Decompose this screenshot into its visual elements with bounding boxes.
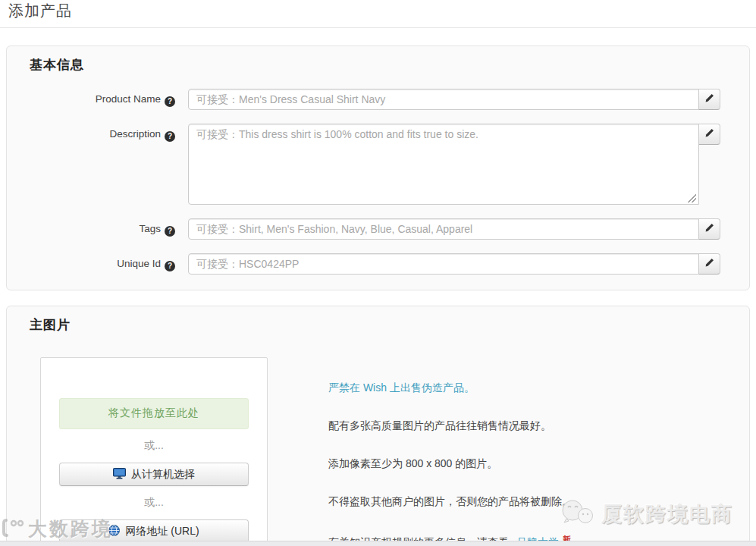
description-label-cell: Description?: [24, 124, 175, 142]
pencil-icon: [704, 128, 714, 140]
description-textarea[interactable]: [188, 124, 699, 205]
monitor-icon: [113, 468, 126, 482]
help-icon[interactable]: ?: [165, 261, 175, 271]
product-name-input[interactable]: [188, 89, 699, 110]
help-icon[interactable]: ?: [165, 131, 175, 142]
file-dropzone[interactable]: 将文件拖放至此处: [59, 398, 249, 429]
main-image-header: 主图片: [30, 316, 734, 334]
tags-edit-button[interactable]: [698, 218, 720, 240]
image-upload-card: 将文件拖放至此处 或... 从计算机选择 或... 网络地址 (URL): [40, 357, 268, 546]
tags-label: Tags: [139, 223, 161, 234]
product-name-edit-button[interactable]: [698, 89, 720, 110]
unique-id-row: Unique Id?: [24, 253, 734, 275]
image-guidelines: 严禁在 Wish 上出售伪造产品。 配有多张高质量图片的产品往往销售情况最好。 …: [328, 357, 734, 546]
tip-no-stealing: 不得盗取其他商户的图片，否则您的产品将被删除。: [328, 494, 734, 509]
description-row: Description?: [24, 124, 734, 205]
textarea-resize-handle[interactable]: [688, 194, 696, 202]
unique-id-edit-button[interactable]: [698, 253, 720, 275]
help-icon[interactable]: ?: [165, 96, 175, 107]
tip-min-resolution: 添加像素至少为 800 x 800 的图片。: [328, 456, 734, 471]
description-label: Description: [109, 128, 161, 140]
unique-id-label: Unique Id: [117, 258, 161, 269]
tags-label-cell: Tags?: [24, 218, 175, 237]
help-icon[interactable]: ?: [165, 226, 175, 237]
or-separator: 或...: [59, 439, 249, 453]
unique-id-label-cell: Unique Id?: [24, 253, 175, 271]
add-product-page: 添加产品 基本信息 Product Name? Description?: [0, 0, 756, 546]
unique-id-input-group: [188, 253, 720, 275]
page-title: 添加产品: [0, 0, 756, 27]
choose-from-computer-button[interactable]: 从计算机选择: [59, 463, 249, 486]
globe-icon: [108, 525, 120, 538]
unique-id-input[interactable]: [188, 253, 699, 275]
product-name-row: Product Name?: [24, 89, 734, 110]
web-url-button[interactable]: 网络地址 (URL): [59, 519, 249, 543]
description-input-group: [188, 124, 720, 205]
title-divider: [0, 27, 756, 28]
pencil-icon: [704, 223, 714, 235]
or-separator: 或...: [59, 496, 249, 510]
tip-counterfeit: 严禁在 Wish 上出售伪造产品。: [328, 380, 734, 395]
tags-row: Tags?: [24, 218, 734, 240]
web-url-label: 网络地址 (URL): [125, 525, 199, 538]
tags-input[interactable]: [188, 218, 699, 240]
bottom-content-strip: [0, 541, 756, 546]
pencil-icon: [704, 258, 714, 270]
main-image-panel: 主图片 将文件拖放至此处 或... 从计算机选择 或... 网络地址 (URL)…: [6, 306, 750, 546]
basic-info-header: 基本信息: [30, 56, 734, 74]
tip-quality: 配有多张高质量图片的产品往往销售情况最好。: [328, 418, 734, 433]
choose-from-computer-label: 从计算机选择: [131, 468, 195, 482]
tags-input-group: [188, 218, 720, 240]
product-name-label-cell: Product Name?: [24, 89, 175, 107]
basic-info-panel: 基本信息 Product Name? Description?: [6, 46, 750, 290]
product-name-label: Product Name: [96, 93, 161, 105]
pencil-icon: [704, 93, 714, 105]
product-name-input-group: [188, 89, 720, 110]
description-edit-button[interactable]: [698, 124, 720, 145]
main-image-content: 将文件拖放至此处 或... 从计算机选择 或... 网络地址 (URL) 严禁在…: [24, 357, 734, 546]
counterfeit-policy-link[interactable]: 严禁在 Wish 上出售伪造产品。: [328, 381, 475, 394]
